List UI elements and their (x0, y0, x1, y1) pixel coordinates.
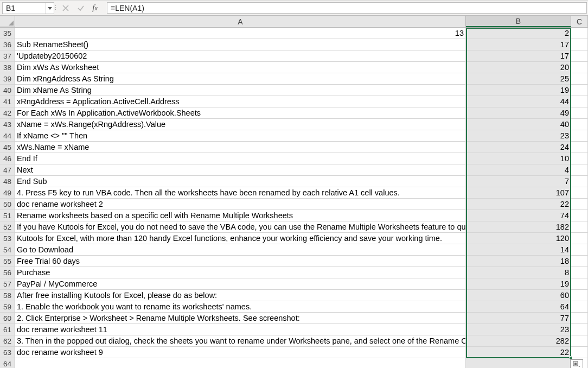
cell-B[interactable]: 182 (466, 221, 571, 233)
cell-C[interactable] (571, 199, 588, 210)
column-header-C[interactable]: C (571, 16, 588, 27)
row-header[interactable]: 38 (0, 62, 15, 73)
cell-A[interactable]: Next (15, 164, 466, 176)
cell-C[interactable] (571, 176, 588, 187)
cell-C[interactable] (571, 73, 588, 85)
cell-A[interactable]: 2. Click Enterprise > Worksheet > Rename… (15, 313, 466, 324)
cell-A[interactable]: xRngAddress = Application.ActiveCell.Add… (15, 96, 466, 107)
cell-C[interactable] (571, 164, 588, 176)
cell-C[interactable] (571, 324, 588, 335)
row-header[interactable]: 48 (0, 176, 15, 187)
cell-C[interactable] (571, 267, 588, 278)
row-header[interactable]: 60 (0, 313, 15, 324)
autofill-options-button[interactable] (570, 359, 583, 368)
row-header[interactable]: 35 (0, 28, 15, 39)
cell-C[interactable] (571, 210, 588, 221)
cell-B[interactable]: 7 (466, 176, 571, 187)
row-header[interactable]: 52 (0, 221, 15, 233)
cell-C[interactable] (571, 107, 588, 119)
row-header[interactable]: 58 (0, 290, 15, 301)
row-header[interactable]: 37 (0, 50, 15, 62)
cell-A[interactable]: doc rename worksheet 11 (15, 324, 466, 335)
column-header-A[interactable]: A (15, 16, 466, 27)
cell-C[interactable] (571, 256, 588, 267)
cell-B[interactable]: 25 (466, 73, 571, 85)
row-header[interactable]: 49 (0, 187, 15, 199)
row-header[interactable]: 63 (0, 347, 15, 358)
row-header[interactable]: 61 (0, 324, 15, 335)
cell-A[interactable]: 13 (15, 28, 466, 39)
cell-A[interactable]: Purchase (15, 267, 466, 278)
cell-B[interactable]: 44 (466, 96, 571, 107)
cell-C[interactable] (571, 62, 588, 73)
cell-B[interactable]: 22 (466, 347, 571, 358)
cell-C[interactable] (571, 130, 588, 142)
row-header[interactable]: 62 (0, 335, 15, 347)
cell-C[interactable] (571, 278, 588, 290)
name-box[interactable]: B1 (2, 2, 54, 14)
cell-A[interactable]: Rename worksheets based on a specific ce… (15, 210, 466, 221)
row-header[interactable]: 53 (0, 233, 15, 244)
cell-A[interactable]: 'Updateby20150602 (15, 50, 466, 62)
cell-A[interactable]: xName = xWs.Range(xRngAddress).Value (15, 119, 466, 130)
row-header[interactable]: 40 (0, 85, 15, 96)
cell-C[interactable] (571, 153, 588, 164)
cell-B[interactable]: 282 (466, 335, 571, 347)
cell-A[interactable]: After free installing Kutools for Excel,… (15, 290, 466, 301)
cell-A[interactable]: Dim xRngAddress As String (15, 73, 466, 85)
cell-B[interactable]: 23 (466, 130, 571, 142)
cell-B[interactable]: 23 (466, 324, 571, 335)
cell-B[interactable]: 17 (466, 39, 571, 50)
cell-A[interactable]: 1. Enable the workbook you want to renam… (15, 301, 466, 313)
cell-C[interactable] (571, 301, 588, 313)
row-header[interactable]: 55 (0, 256, 15, 267)
cell-C[interactable] (571, 347, 588, 358)
cell-A[interactable]: Go to Download (15, 244, 466, 256)
cell-A[interactable]: End Sub (15, 176, 466, 187)
cell-B[interactable]: 4 (466, 164, 571, 176)
cell-C[interactable] (571, 335, 588, 347)
cell-C[interactable] (571, 28, 588, 39)
row-header[interactable]: 43 (0, 119, 15, 130)
cell-B[interactable]: 24 (466, 142, 571, 153)
cell-C[interactable] (571, 39, 588, 50)
row-header[interactable]: 46 (0, 153, 15, 164)
cell-B[interactable]: 107 (466, 187, 571, 199)
cell-C[interactable] (571, 96, 588, 107)
cell-B[interactable]: 120 (466, 233, 571, 244)
cell-B[interactable]: 8 (466, 267, 571, 278)
formula-input-container[interactable]: =LEN(A1) (107, 2, 587, 14)
cell-C[interactable] (571, 142, 588, 153)
cell-A[interactable]: Kutools for Excel, with more than 120 ha… (15, 233, 466, 244)
row-header[interactable]: 47 (0, 164, 15, 176)
cell-B[interactable]: 22 (466, 199, 571, 210)
row-header[interactable]: 44 (0, 130, 15, 142)
cell-A[interactable]: PayPal / MyCommerce (15, 278, 466, 290)
row-header[interactable]: 54 (0, 244, 15, 256)
cell-B[interactable] (466, 358, 571, 368)
cell-C[interactable] (571, 221, 588, 233)
cell-B[interactable]: 10 (466, 153, 571, 164)
cell-C[interactable] (571, 50, 588, 62)
cell-A[interactable]: End If (15, 153, 466, 164)
cell-A[interactable]: Dim xWs As Worksheet (15, 62, 466, 73)
cell-B[interactable]: 60 (466, 290, 571, 301)
cell-B[interactable]: 19 (466, 85, 571, 96)
row-header[interactable]: 57 (0, 278, 15, 290)
cell-A[interactable]: 4. Press F5 key to run VBA code. Then al… (15, 187, 466, 199)
insert-function-button[interactable]: fx (88, 1, 104, 15)
column-header-B[interactable]: B (466, 16, 571, 27)
cell-B[interactable]: 17 (466, 50, 571, 62)
cell-C[interactable] (571, 233, 588, 244)
cell-B[interactable]: 18 (466, 256, 571, 267)
cell-B[interactable]: 64 (466, 301, 571, 313)
row-header[interactable]: 64 (0, 358, 15, 368)
cell-B[interactable]: 74 (466, 210, 571, 221)
cell-A[interactable]: If xName <> "" Then (15, 130, 466, 142)
cell-A[interactable]: Dim xName As String (15, 85, 466, 96)
row-header[interactable]: 41 (0, 96, 15, 107)
cell-C[interactable] (571, 119, 588, 130)
select-all-corner[interactable] (0, 16, 15, 27)
cell-B[interactable]: 77 (466, 313, 571, 324)
row-header[interactable]: 50 (0, 199, 15, 210)
